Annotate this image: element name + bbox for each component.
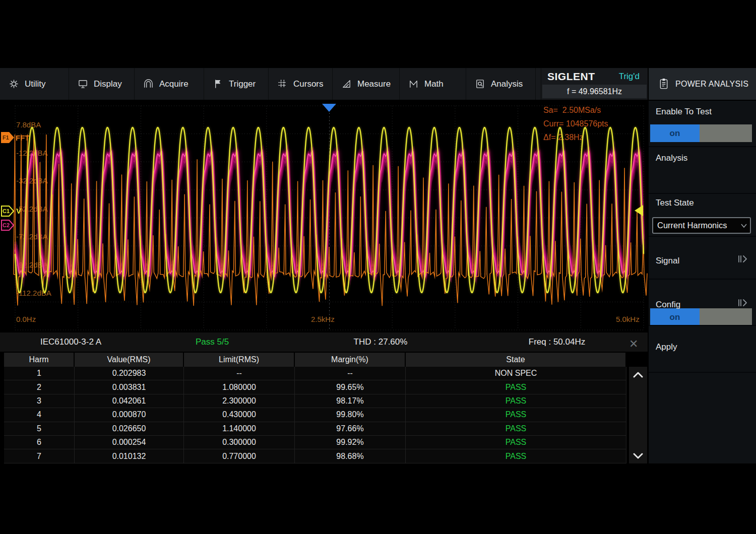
cell-harm: 5	[4, 422, 75, 435]
top-menu-bar: Utility Display Acquire Trigger Cursors …	[0, 68, 756, 101]
trigger-level-marker[interactable]	[635, 205, 643, 216]
cell-limit: 0.300000	[184, 436, 295, 449]
oscilloscope-screen: Utility Display Acquire Trigger Cursors …	[0, 0, 756, 534]
close-icon[interactable]: ✕	[629, 335, 638, 354]
signal-button-label: Signal	[656, 256, 679, 266]
cell-state: PASS	[406, 394, 626, 408]
clipboard-icon	[659, 78, 669, 90]
fft-trace-label: FFT	[16, 134, 30, 142]
table-row: 50.0266501.14000097.66%PASS	[4, 422, 626, 436]
cell-value: 0.000870	[75, 408, 184, 421]
cell-value: 0.010132	[75, 449, 184, 462]
ch1-marker[interactable]: C1	[1, 206, 14, 217]
table-row: 40.0008700.43000099.80%PASS	[4, 408, 626, 422]
cell-value: 0.026650	[75, 422, 184, 435]
waveform-display: 7.8dBA-12.2dBA-32.2dBA-52.2dBA-72.2dBA-9…	[0, 101, 648, 332]
power-analysis-title: POWER ANALYSIS	[675, 80, 748, 89]
svg-text:C2: C2	[3, 222, 10, 228]
enable-to-test-label: Enable To Test	[649, 101, 756, 117]
cell-margin: 98.17%	[295, 394, 406, 408]
scroll-down-button[interactable]	[629, 448, 647, 463]
cell-harm: 2	[4, 380, 75, 393]
chevron-up-icon	[633, 371, 643, 378]
enable-to-test-value: on	[650, 124, 700, 142]
menu-measure[interactable]: Measure	[333, 68, 400, 100]
cell-state: PASS	[406, 422, 626, 435]
menu-utility-label: Utility	[25, 79, 46, 89]
expand-icon	[738, 254, 749, 263]
trigger-position-marker[interactable]	[322, 104, 336, 112]
standard-label: IEC61000-3-2 A	[40, 332, 101, 352]
svg-text:C1: C1	[3, 208, 10, 214]
cell-state: PASS	[406, 436, 626, 449]
table-row: 70.0101320.77000098.68%PASS	[4, 449, 626, 463]
results-info-bar: IEC61000-3-2 A Pass 5/5 THD : 27.60% Fre…	[0, 332, 648, 353]
menu-acquire[interactable]: Acquire	[135, 68, 204, 100]
pass-summary: Pass 5/5	[196, 332, 229, 352]
analysis-section: Analysis Current Harmonics	[649, 147, 756, 194]
enable-to-test-toggle[interactable]: on	[650, 124, 752, 142]
enable-to-test-section: Enable To Test on	[649, 101, 756, 147]
cell-limit: 0.430000	[184, 408, 295, 421]
cell-state: PASS	[406, 449, 626, 462]
cell-harm: 4	[4, 408, 75, 421]
cell-state: PASS	[406, 380, 626, 393]
cell-state: NON SPEC	[406, 367, 626, 380]
table-body: 10.202983----NON SPEC20.0038311.08000099…	[4, 367, 626, 463]
cell-harm: 6	[4, 436, 75, 449]
trigger-status: Trig'd	[619, 72, 648, 82]
menu-display-label: Display	[94, 79, 122, 89]
config-button-label: Config	[656, 300, 680, 310]
ch2-marker[interactable]: C2	[1, 220, 14, 231]
cell-margin: 99.80%	[295, 408, 406, 421]
apply-button[interactable]: Apply	[649, 326, 756, 373]
scroll-up-button[interactable]	[629, 367, 647, 382]
cell-margin: --	[295, 367, 406, 380]
cell-limit: --	[184, 367, 295, 380]
fft-channel-marker[interactable]: F1	[1, 132, 14, 143]
table-scrollbar[interactable]	[629, 367, 647, 463]
menu-display[interactable]: Display	[69, 68, 135, 100]
analysis-doc-icon	[475, 79, 485, 89]
svg-text:F1: F1	[3, 135, 9, 141]
cell-value: 0.202983	[75, 367, 184, 380]
trigger-frequency-readout: f = 49.96581Hz	[542, 85, 647, 98]
cell-limit: 0.770000	[184, 449, 295, 462]
table-row: 30.0420612.30000098.17%PASS	[4, 394, 626, 408]
chevron-down-icon	[633, 453, 643, 459]
cell-margin: 99.92%	[295, 436, 406, 449]
menu-math[interactable]: Math	[400, 68, 466, 100]
status-block: SIGLENT Trig'd f = 49.96581Hz	[541, 68, 648, 100]
main-menu: Utility Display Acquire Trigger Cursors …	[0, 68, 536, 100]
menu-analysis[interactable]: Analysis	[466, 68, 536, 100]
cursors-grid-icon	[277, 79, 288, 89]
cell-harm: 1	[4, 367, 75, 380]
cell-margin: 99.65%	[295, 380, 406, 393]
analysis-label: Analysis	[649, 147, 756, 163]
cell-margin: 98.68%	[295, 449, 406, 462]
col-value: Value(RMS)	[75, 353, 184, 367]
waveform-canvas	[0, 101, 648, 332]
menu-acquire-label: Acquire	[159, 79, 188, 89]
thd-readout: THD : 27.60%	[328, 332, 433, 352]
menu-cursors[interactable]: Cursors	[269, 68, 333, 100]
power-analysis-panel: Enable To Test on Analysis Current Harmo…	[648, 101, 756, 463]
signal-button[interactable]: Signal	[649, 237, 756, 280]
cell-value: 0.000254	[75, 436, 184, 449]
table-row: 10.202983----NON SPEC	[4, 367, 626, 380]
menu-trigger[interactable]: Trigger	[204, 68, 269, 100]
menu-analysis-label: Analysis	[491, 79, 523, 89]
menu-cursors-label: Cursors	[293, 79, 324, 89]
config-button[interactable]: Config	[649, 280, 756, 326]
acquire-icon	[143, 79, 154, 89]
menu-measure-label: Measure	[357, 79, 391, 89]
cell-limit: 1.140000	[184, 422, 295, 435]
ch1-unit-label: V	[16, 207, 21, 215]
col-margin: Margin(%)	[295, 353, 406, 367]
math-icon	[408, 79, 419, 89]
test-state-section: Test State on	[649, 194, 756, 237]
cell-limit: 2.300000	[184, 394, 295, 408]
menu-utility[interactable]: Utility	[0, 68, 69, 100]
menu-trigger-label: Trigger	[229, 79, 256, 89]
col-harm: Harm	[4, 353, 75, 367]
